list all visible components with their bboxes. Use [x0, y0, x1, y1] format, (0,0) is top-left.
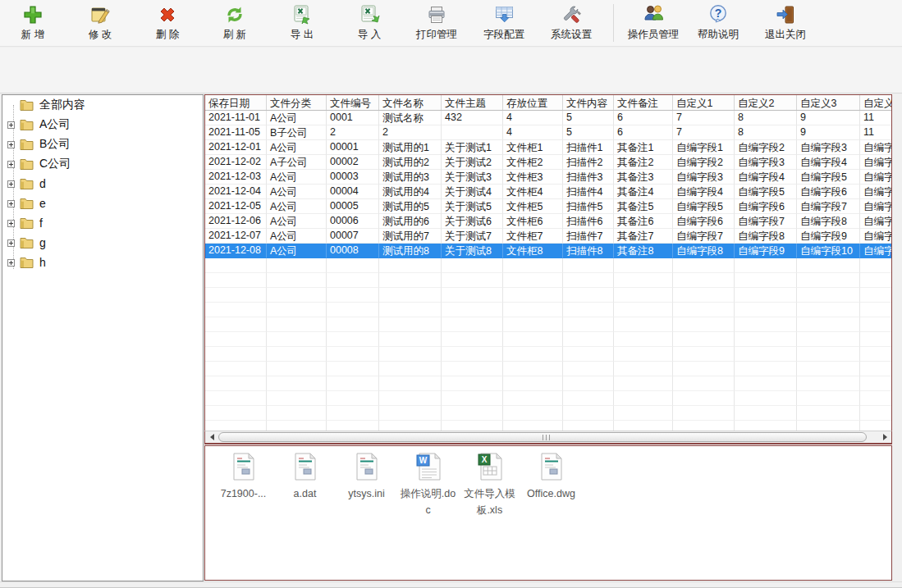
tree-item-d[interactable]: d — [2, 174, 203, 194]
tree-item-e[interactable]: e — [2, 194, 203, 213]
tree-item-B公司[interactable]: B公司 — [2, 134, 203, 154]
operator-manage-button[interactable]: 操作员管理 — [622, 2, 685, 45]
folder-icon — [20, 178, 34, 189]
expand-plus-icon[interactable] — [7, 121, 15, 129]
expand-plus-icon[interactable] — [7, 161, 15, 168]
table-empty-row[interactable] — [205, 317, 892, 332]
column-header[interactable]: 文件分类 — [267, 95, 327, 110]
file-item-操作说明.doc[interactable]: W操作说明.doc — [397, 452, 459, 518]
column-header[interactable]: 文件编号 — [327, 95, 379, 110]
table-empty-row[interactable] — [205, 376, 892, 391]
column-header[interactable]: 文件主题 — [442, 95, 503, 110]
table-cell — [503, 406, 563, 421]
table-cell: 自编字段5 — [860, 155, 892, 170]
table-empty-row[interactable] — [205, 273, 892, 288]
column-header[interactable]: 存放位置 — [503, 95, 563, 110]
expand-plus-icon[interactable] — [7, 259, 15, 267]
scroll-right-arrow-icon[interactable] — [879, 431, 891, 443]
table-cell: 测试名称 — [379, 111, 442, 125]
tree-item-all[interactable]: 全部内容 — [2, 95, 203, 115]
tree-item-g[interactable]: g — [2, 233, 203, 253]
column-header[interactable]: 保存日期 — [205, 95, 267, 110]
column-header[interactable]: 自定义4 — [860, 95, 892, 110]
file-item-Office.dwg[interactable]: Office.dwg — [520, 452, 582, 502]
delete-button[interactable]: 删 除 — [140, 2, 195, 45]
table-cell — [860, 406, 892, 421]
results-table-panel: 保存日期文件分类文件编号文件名称文件主题存放位置文件内容文件备注自定义1自定义2… — [204, 94, 892, 444]
table-cell: 2021-12-07 — [205, 229, 267, 244]
expand-plus-icon[interactable] — [7, 200, 15, 207]
table-cell — [503, 362, 563, 376]
table-row[interactable]: 2021-12-07A公司00007测试用的7关于测试7文件柜7扫描件7其备注7… — [205, 229, 892, 244]
file-item-ytsys.ini[interactable]: ytsys.ini — [336, 452, 397, 502]
column-header[interactable]: 文件备注 — [614, 95, 673, 110]
help-button[interactable]: ? 帮助说明 — [691, 2, 745, 45]
generic-file-icon — [538, 452, 565, 481]
field-config-button[interactable]: 字段配置 — [477, 2, 531, 45]
table-empty-row[interactable] — [205, 303, 892, 317]
system-settings-button[interactable]: 系统设置 — [544, 2, 598, 45]
tree-item-f[interactable]: f — [2, 213, 203, 233]
table-row[interactable]: 2021-11-05B子公司2245678911 — [205, 125, 892, 140]
file-item-7z1900-...[interactable]: 7z1900-... — [213, 452, 274, 502]
svg-text:?: ? — [715, 7, 722, 20]
table-empty-row[interactable] — [205, 332, 892, 347]
file-item-文件导入模板.xls[interactable]: X文件导入模板.xls — [459, 452, 520, 518]
folder-icon — [20, 198, 34, 209]
table-cell — [267, 303, 327, 317]
column-header[interactable]: 自定义3 — [797, 95, 860, 110]
table-row[interactable]: 2021-12-05A公司00005测试用的5关于测试5文件柜5扫描件5其备注5… — [205, 199, 892, 214]
new-button[interactable]: 新 增 — [6, 2, 60, 45]
table-empty-row[interactable] — [205, 347, 892, 362]
table-empty-row[interactable] — [205, 391, 892, 406]
table-empty-row[interactable] — [205, 362, 892, 376]
column-header[interactable]: 自定义2 — [735, 95, 797, 110]
table-row[interactable]: 2021-12-03A公司00003测试用的3关于测试3文件柜3扫描件3其备注3… — [205, 170, 892, 185]
table-cell — [205, 288, 267, 303]
expand-plus-icon[interactable] — [7, 180, 15, 188]
table-cell — [327, 303, 379, 317]
table-cell: 00003 — [327, 170, 379, 185]
exit-button[interactable]: 退出关闭 — [758, 2, 813, 45]
tools-icon — [561, 3, 583, 25]
table-cell — [673, 376, 735, 391]
file-item-a.dat[interactable]: a.dat — [274, 452, 336, 502]
table-horizontal-scrollbar[interactable] — [204, 431, 892, 444]
file-name-label: Office.dwg — [527, 485, 575, 502]
column-header[interactable]: 文件内容 — [563, 95, 614, 110]
table-cell — [267, 288, 327, 303]
column-header[interactable]: 文件名称 — [379, 95, 442, 110]
tree-item-h[interactable]: h — [2, 253, 203, 272]
table-empty-row[interactable] — [205, 406, 892, 421]
scroll-left-arrow-icon[interactable] — [205, 431, 217, 443]
table-cell: 自编字段6 — [797, 185, 860, 199]
import-button[interactable]: 导 入 — [342, 2, 396, 45]
scrollbar-thumb[interactable] — [218, 432, 867, 442]
edit-button[interactable]: 修 改 — [73, 2, 127, 45]
table-cell: 2021-12-04 — [205, 185, 267, 199]
table-row-selected[interactable]: 2021-12-08A公司00008测试用的8关于测试8文件柜8扫描件8其备注8… — [205, 244, 892, 258]
expand-plus-icon[interactable] — [7, 220, 15, 227]
table-row[interactable]: 2021-12-06A公司00006测试用的6关于测试6文件柜6扫描件6其备注6… — [205, 214, 892, 229]
table-row[interactable]: 2021-12-02A子公司00002测试用的2关于测试2文件柜2扫描件2其备注… — [205, 155, 892, 170]
column-header[interactable]: 自定义1 — [673, 95, 735, 110]
expand-plus-icon[interactable] — [7, 141, 15, 148]
tree-item-C公司[interactable]: C公司 — [2, 154, 203, 174]
export-button[interactable]: 导 出 — [275, 2, 329, 45]
table-row[interactable]: 2021-12-04A公司00004测试用的4关于测试4文件柜4扫描件4其备注4… — [205, 185, 892, 199]
table-cell: 自编字段3 — [735, 155, 797, 170]
table-empty-row[interactable] — [205, 258, 892, 273]
table-cell — [860, 391, 892, 406]
tree-item-A公司[interactable]: A公司 — [2, 115, 203, 134]
expand-plus-icon[interactable] — [7, 239, 15, 247]
table-row[interactable]: 2021-11-01A公司0001测试名称43245678911 — [205, 111, 892, 125]
table-cell — [735, 317, 797, 332]
table-cell — [735, 376, 797, 391]
print-manage-button[interactable]: 打印管理 — [410, 2, 464, 45]
refresh-button[interactable]: 刷 新 — [208, 2, 262, 45]
table-cell — [442, 303, 503, 317]
table-row[interactable]: 2021-12-01A公司00001测试用的1关于测试1文件柜1扫描件1其备注1… — [205, 140, 892, 155]
table-empty-row[interactable] — [205, 288, 892, 303]
table-cell — [327, 376, 379, 391]
folder-icon — [20, 217, 34, 229]
